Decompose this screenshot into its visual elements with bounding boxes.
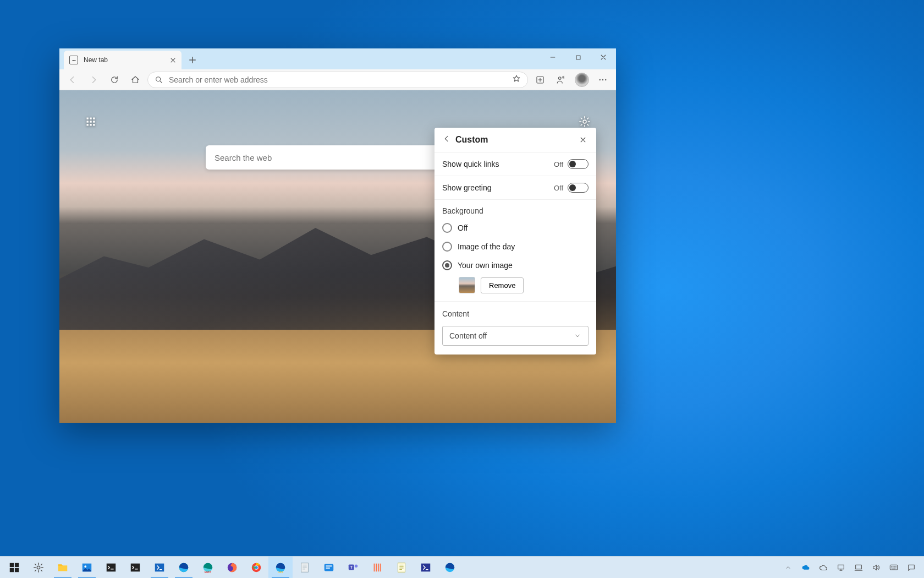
bg-thumbnail[interactable] xyxy=(459,277,475,293)
taskbar-chrome[interactable] xyxy=(244,557,268,579)
remove-image-button[interactable]: Remove xyxy=(481,277,524,293)
tray-cloud-icon[interactable] xyxy=(815,557,832,579)
new-tab-button[interactable] xyxy=(185,52,200,68)
taskbar-powershell-2[interactable] xyxy=(414,557,438,579)
taskbar-terminal-2[interactable] xyxy=(123,557,147,579)
taskbar-settings[interactable] xyxy=(26,557,51,579)
profile-avatar[interactable] xyxy=(573,71,591,89)
quick-links-row: Show quick links Off xyxy=(435,152,596,176)
svg-rect-19 xyxy=(15,563,19,566)
favorite-icon[interactable] xyxy=(512,74,521,85)
svg-point-17 xyxy=(583,120,586,123)
taskbar-teams[interactable]: T xyxy=(341,557,365,579)
titlebar: ••• New tab xyxy=(59,48,616,69)
refresh-button[interactable] xyxy=(106,71,123,89)
svg-rect-8 xyxy=(87,118,89,119)
svg-rect-45 xyxy=(398,563,405,572)
address-bar[interactable] xyxy=(147,72,528,88)
panel-back-button[interactable] xyxy=(442,134,451,145)
forward-button[interactable] xyxy=(85,71,102,89)
tab-favicon: ••• xyxy=(69,56,78,64)
svg-rect-16 xyxy=(93,124,95,126)
bg-radio-image-of-day-label: Image of the day xyxy=(458,242,515,251)
svg-point-4 xyxy=(562,77,564,78)
svg-text:BETA: BETA xyxy=(205,571,212,574)
window-close-button[interactable] xyxy=(591,48,616,66)
address-input[interactable] xyxy=(169,75,507,84)
quick-links-toggle[interactable] xyxy=(568,159,588,169)
radio-icon xyxy=(442,260,452,270)
avatar-icon xyxy=(575,73,589,87)
custom-layout-panel: Custom Show quick links Off Show greetin… xyxy=(435,128,596,355)
svg-text:T: T xyxy=(350,565,353,570)
back-button[interactable] xyxy=(64,71,81,89)
svg-rect-40 xyxy=(326,565,332,566)
panel-close-button[interactable] xyxy=(578,134,588,145)
taskbar-notepad[interactable] xyxy=(389,557,414,579)
greeting-row: Show greeting Off xyxy=(435,176,596,200)
greeting-label: Show greeting xyxy=(442,183,492,192)
tray-overflow-button[interactable] xyxy=(780,557,796,579)
tray-network-icon[interactable] xyxy=(850,557,867,579)
ntp-apps-button[interactable] xyxy=(81,112,100,131)
toolbar xyxy=(59,69,616,90)
svg-rect-48 xyxy=(838,565,844,569)
content-select[interactable]: Content off xyxy=(442,326,588,346)
bg-radio-image-of-day[interactable]: Image of the day xyxy=(435,237,596,256)
svg-rect-20 xyxy=(10,568,14,571)
profile-switcher-button[interactable] xyxy=(552,71,570,89)
taskbar-firefox[interactable] xyxy=(220,557,244,579)
taskbar-terminal-1[interactable] xyxy=(99,557,123,579)
taskbar-app-2[interactable] xyxy=(317,557,341,579)
taskbar-notepad-app[interactable] xyxy=(293,557,317,579)
search-icon xyxy=(155,75,163,84)
window-controls xyxy=(540,48,616,66)
svg-rect-0 xyxy=(576,56,580,59)
svg-point-22 xyxy=(37,566,40,569)
taskbar-file-explorer[interactable] xyxy=(51,557,75,579)
collections-button[interactable] xyxy=(531,71,549,89)
more-menu-button[interactable] xyxy=(594,71,612,89)
tray-keyboard-icon[interactable] xyxy=(886,557,902,579)
svg-rect-49 xyxy=(856,565,862,569)
greeting-status: Off xyxy=(554,184,563,192)
greeting-toggle[interactable] xyxy=(568,183,588,193)
ntp-search-box[interactable] xyxy=(206,145,470,170)
content-section-title: Content xyxy=(435,302,596,321)
start-button[interactable] xyxy=(2,557,26,579)
taskbar-edge-beta[interactable]: BETA xyxy=(196,557,220,579)
tab-title: New tab xyxy=(84,56,108,64)
tab-close-button[interactable] xyxy=(168,56,177,64)
svg-rect-12 xyxy=(90,121,91,122)
svg-rect-21 xyxy=(15,568,19,571)
svg-rect-25 xyxy=(107,563,116,571)
home-button[interactable] xyxy=(127,71,144,89)
taskbar-edge-canary[interactable]: CAN xyxy=(268,557,293,579)
window-maximize-button[interactable] xyxy=(565,48,591,66)
tray-notifications-icon[interactable] xyxy=(903,557,920,579)
panel-title: Custom xyxy=(455,135,488,145)
taskbar-photos[interactable] xyxy=(75,557,99,579)
ntp-search-input[interactable] xyxy=(215,153,461,162)
taskbar-app-4[interactable] xyxy=(365,557,389,579)
bg-radio-off[interactable]: Off xyxy=(435,219,596,237)
bg-radio-own-image-label: Your own image xyxy=(458,261,513,270)
svg-rect-11 xyxy=(87,121,89,122)
window-minimize-button[interactable] xyxy=(540,48,565,66)
radio-icon xyxy=(442,242,452,252)
own-image-controls: Remove xyxy=(435,275,596,302)
taskbar-edge-2[interactable] xyxy=(438,557,462,579)
radio-icon xyxy=(442,223,452,233)
tray-onedrive-icon[interactable] xyxy=(798,557,814,579)
svg-rect-38 xyxy=(301,563,309,572)
tray-volume-icon[interactable] xyxy=(868,557,884,579)
background-section-title: Background xyxy=(435,200,596,219)
svg-text:CAN: CAN xyxy=(278,571,283,574)
browser-tab[interactable]: ••• New tab xyxy=(64,51,182,69)
panel-header: Custom xyxy=(435,128,596,152)
taskbar-powershell[interactable] xyxy=(147,557,172,579)
tray-display-icon[interactable] xyxy=(833,557,849,579)
taskbar-edge[interactable] xyxy=(172,557,196,579)
svg-point-5 xyxy=(600,79,601,80)
bg-radio-own-image[interactable]: Your own image xyxy=(435,256,596,275)
